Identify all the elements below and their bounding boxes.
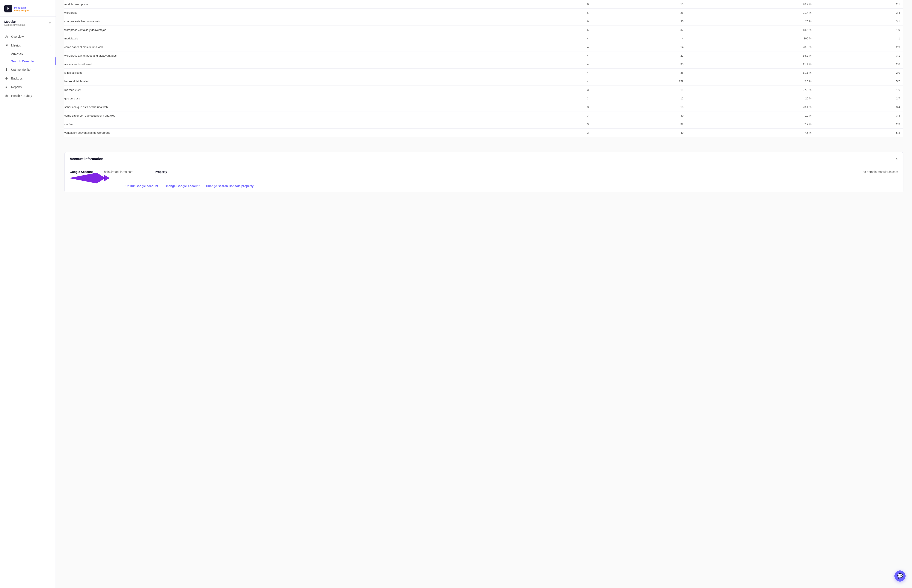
sidebar: M ModularDS Early Adopter Modular Standa… xyxy=(0,0,56,588)
queries-table: modular wordpress 6 13 46.2 % 2.1 wordpr… xyxy=(64,0,904,137)
impressions-cell: 30 xyxy=(592,17,687,26)
main-content: modular wordpress 6 13 46.2 % 2.1 wordpr… xyxy=(56,0,912,588)
logo-area: M ModularDS Early Adopter xyxy=(0,0,55,16)
property-label: Property xyxy=(155,170,176,174)
clicks-cell: 3 xyxy=(523,86,592,94)
clicks-cell: 4 xyxy=(523,34,592,43)
table-row: backend fetch failed 4 159 2.5 % 5.7 xyxy=(64,77,904,86)
clicks-cell: 4 xyxy=(523,77,592,86)
impressions-cell: 13 xyxy=(592,103,687,111)
position-cell: 3.1 xyxy=(815,17,904,26)
metrics-icon: ↗ xyxy=(4,43,8,47)
sidebar-item-metrics[interactable]: ↗ Metrics ▲ xyxy=(0,41,55,50)
sidebar-item-uptime-monitor[interactable]: ⬆ Uptime Monitor xyxy=(0,65,55,74)
position-cell: 2.3 xyxy=(815,120,904,129)
workspace-info: Modular Standard websites xyxy=(4,20,26,26)
sidebar-item-search-console[interactable]: Search Console xyxy=(0,57,55,65)
ctr-cell: 21.4 % xyxy=(687,8,815,17)
sidebar-item-backups[interactable]: ⊙ Backups xyxy=(0,74,55,83)
clicks-cell: 3 xyxy=(523,103,592,111)
impressions-cell: 36 xyxy=(592,69,687,77)
sidebar-item-overview-label: Overview xyxy=(11,35,24,38)
impressions-cell: 22 xyxy=(592,52,687,60)
query-cell: ventajas y desventajas de wordpress xyxy=(64,129,523,137)
impressions-cell: 28 xyxy=(592,8,687,17)
account-info-row: Google Account hola@modulards.com Proper… xyxy=(70,170,898,174)
query-cell: que cms usa xyxy=(64,94,523,103)
table-row: como saber con que esta hecha una web 3 … xyxy=(64,111,904,120)
ctr-cell: 2.5 % xyxy=(687,77,815,86)
app-name: ModularDS xyxy=(14,6,29,9)
account-header: Account information ∧ xyxy=(65,152,903,166)
position-cell: 5.7 xyxy=(815,77,904,86)
impressions-cell: 159 xyxy=(592,77,687,86)
clicks-cell: 4 xyxy=(523,60,592,69)
sidebar-item-reports[interactable]: ≡ Reports xyxy=(0,83,55,91)
account-actions: Unlink Google account Change Google Acco… xyxy=(65,182,903,192)
clicks-cell: 4 xyxy=(523,43,592,52)
collapse-icon[interactable]: ∧ xyxy=(895,157,898,162)
impressions-cell: 39 xyxy=(592,120,687,129)
change-search-console-property-button[interactable]: Change Search Console property xyxy=(206,184,254,188)
position-cell: 1 xyxy=(815,34,904,43)
table-row: wordpress ventajas y desventajas 5 37 13… xyxy=(64,26,904,34)
sidebar-item-search-console-label: Search Console xyxy=(11,60,34,63)
health-icon: ◎ xyxy=(4,94,8,98)
ctr-cell: 10 % xyxy=(687,111,815,120)
query-cell: como saber con que esta hecha una web xyxy=(64,111,523,120)
table-row: como saber el cms de una web 4 14 28.6 %… xyxy=(64,43,904,52)
table-row: wordpress advantages and disadvantages 4… xyxy=(64,52,904,60)
table-row: rss feed 2024 3 11 27.3 % 1.6 xyxy=(64,86,904,94)
sidebar-item-backups-label: Backups xyxy=(11,77,23,80)
position-cell: 2.8 xyxy=(815,60,904,69)
logo-text: ModularDS Early Adopter xyxy=(14,6,29,12)
sidebar-item-reports-label: Reports xyxy=(11,85,22,89)
overview-icon: ◷ xyxy=(4,34,8,39)
account-section: Account information ∧ Google Account hol… xyxy=(64,152,904,192)
impressions-cell: 11 xyxy=(592,86,687,94)
account-body: Google Account hola@modulards.com Proper… xyxy=(65,166,903,182)
account-section-title: Account information xyxy=(70,157,103,161)
logo-icon: M xyxy=(4,5,12,13)
query-cell: saber con que esta hecha una web xyxy=(64,103,523,111)
ctr-cell: 18.2 % xyxy=(687,52,815,60)
position-cell: 2.9 xyxy=(815,43,904,52)
backups-icon: ⊙ xyxy=(4,76,8,80)
position-cell: 3.1 xyxy=(815,52,904,60)
query-cell: rss feed xyxy=(64,120,523,129)
chevron-down-icon: ▼ xyxy=(49,22,51,25)
sidebar-item-health-label: Health & Safety xyxy=(11,94,32,97)
clicks-cell: 3 xyxy=(523,94,592,103)
query-cell: is rss still used xyxy=(64,69,523,77)
sidebar-item-metrics-label: Metrics xyxy=(11,44,21,47)
sidebar-item-overview[interactable]: ◷ Overview xyxy=(0,32,55,41)
ctr-cell: 7.7 % xyxy=(687,120,815,129)
query-cell: con que esta hecha una web xyxy=(64,17,523,26)
sidebar-item-analytics[interactable]: Analytics xyxy=(0,50,55,57)
clicks-cell: 4 xyxy=(523,69,592,77)
sidebar-item-health-safety[interactable]: ◎ Health & Safety xyxy=(0,91,55,100)
position-cell: 2.9 xyxy=(815,69,904,77)
query-cell: como saber el cms de una web xyxy=(64,43,523,52)
change-google-account-button[interactable]: Change Google Account xyxy=(165,184,199,188)
clicks-cell: 3 xyxy=(523,120,592,129)
ctr-cell: 28.6 % xyxy=(687,43,815,52)
clicks-cell: 6 xyxy=(523,17,592,26)
clicks-cell: 6 xyxy=(523,8,592,17)
impressions-cell: 13 xyxy=(592,0,687,8)
workspace-name: Modular xyxy=(4,20,26,23)
uptime-icon: ⬆ xyxy=(4,68,8,71)
chat-button[interactable]: 💬 xyxy=(894,570,906,582)
ctr-cell: 23.1 % xyxy=(687,103,815,111)
workspace-sub: Standard websites xyxy=(4,23,26,26)
unlink-google-account-button[interactable]: Unlink Google account xyxy=(125,184,158,188)
workspace-selector[interactable]: Modular Standard websites ▼ xyxy=(0,16,55,30)
position-cell: 3.8 xyxy=(815,111,904,120)
impressions-cell: 4 xyxy=(592,34,687,43)
position-cell: 2.1 xyxy=(815,0,904,8)
position-cell: 1.9 xyxy=(815,26,904,34)
impressions-cell: 35 xyxy=(592,60,687,69)
ctr-cell: 13.5 % xyxy=(687,26,815,34)
impressions-cell: 30 xyxy=(592,111,687,120)
main-nav: ◷ Overview ↗ Metrics ▲ Analytics Search … xyxy=(0,30,55,102)
